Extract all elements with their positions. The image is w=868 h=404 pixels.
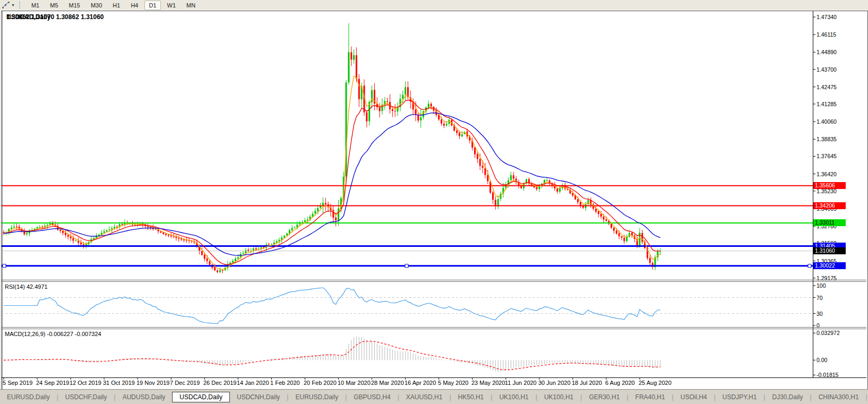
price-tick: 1.29175 bbox=[817, 275, 837, 281]
timeframe-W1-button[interactable]: W1 bbox=[163, 1, 181, 10]
current-price-chip: 1.31060 bbox=[813, 247, 846, 254]
chart-tab-FRA40-H1[interactable]: FRA40,H1 bbox=[629, 392, 672, 402]
pane-separators[interactable] bbox=[2, 280, 866, 329]
chart-tab-USDCNH-Daily[interactable]: USDCNH,Daily bbox=[230, 392, 287, 402]
timeframe-M5-button[interactable]: M5 bbox=[46, 1, 62, 10]
price-tick: 1.46115 bbox=[817, 31, 836, 38]
timeframe-buttons: M1M5M15M30H1H4D1W1MN bbox=[26, 1, 201, 10]
timeframe-H4-button[interactable]: H4 bbox=[126, 1, 142, 10]
timeframe-M30-button[interactable]: M30 bbox=[87, 1, 106, 10]
price-tick: 1.43700 bbox=[817, 66, 837, 73]
date-tick: 11 Jun 2020 bbox=[505, 380, 537, 386]
date-tick: 19 Nov 2019 bbox=[136, 380, 169, 386]
toolbar-grip[interactable] bbox=[19, 2, 22, 8]
chart-tab-HK50-H1[interactable]: HK50,H1 bbox=[451, 392, 491, 402]
price-chart[interactable] bbox=[2, 11, 866, 389]
chart-tab-GER30-H1[interactable]: GER30,H1 bbox=[582, 392, 626, 402]
ma-mid-line bbox=[4, 100, 660, 265]
chart-tab-EURUSD-Daily[interactable]: EURUSD,Daily bbox=[0, 392, 57, 402]
date-tick: 10 Mar 2020 bbox=[338, 380, 371, 386]
chart-tab-USDCAD-Daily[interactable]: USDCAD,Daily bbox=[172, 392, 230, 402]
dropdown-caret-icon[interactable]: ▼ bbox=[11, 3, 15, 7]
date-tick: 20 Feb 2020 bbox=[304, 380, 337, 386]
price-tick: 1.44890 bbox=[817, 49, 837, 55]
macd-tick: -0.01815 bbox=[817, 372, 838, 378]
macd-tick: 0.032972 bbox=[817, 330, 840, 336]
date-tick: 24 Sep 2019 bbox=[36, 380, 69, 386]
trendline-tool-icon[interactable] bbox=[2, 1, 10, 9]
hline-handle[interactable] bbox=[405, 264, 408, 268]
price-tick: 1.47340 bbox=[817, 14, 837, 20]
hline-price-chip: 1.34206 bbox=[813, 202, 846, 209]
chart-tab-XAUUSD-H1[interactable]: XAUUSD,H1 bbox=[399, 392, 450, 402]
timeframe-M15-button[interactable]: M15 bbox=[65, 1, 84, 10]
date-tick: 5 May 2020 bbox=[438, 380, 468, 386]
chart-tab-EURUSD-Daily[interactable]: EURUSD,Daily bbox=[288, 392, 345, 402]
price-tick: 1.41285 bbox=[817, 101, 837, 107]
date-tick: 16 Apr 2020 bbox=[405, 380, 436, 386]
rsi-tick: 70 bbox=[817, 295, 823, 301]
rsi-tick: 0 bbox=[817, 322, 820, 329]
chart-tab-AUDUSD-Daily[interactable]: AUDUSD,Daily bbox=[116, 392, 173, 402]
date-tick: 18 Jul 2020 bbox=[572, 380, 602, 386]
date-tick: 28 Mar 2020 bbox=[371, 380, 404, 386]
date-tick: 6 Aug 2020 bbox=[605, 380, 635, 386]
date-tick: 30 Jun 2020 bbox=[538, 380, 571, 386]
chart-tab-bar: EURUSD,Daily|USDCHF,Daily|AUDUSD,DailyUS… bbox=[0, 389, 868, 404]
rsi-tick: 100 bbox=[817, 282, 826, 289]
price-tick: 1.37645 bbox=[817, 153, 837, 159]
chart-window: ▼USDCAD,Daily 1.30862 1.31070 1.30862 1.… bbox=[1, 11, 868, 390]
date-tick: 7 Dec 2019 bbox=[170, 380, 200, 386]
date-tick: 12 Oct 2019 bbox=[70, 380, 101, 386]
price-tick: 1.38835 bbox=[817, 136, 837, 142]
macd-histogram bbox=[4, 337, 660, 372]
chart-tab-GBPUSD-H4[interactable]: GBPUSD,H4 bbox=[347, 392, 397, 402]
date-tick: 26 Dec 2019 bbox=[203, 380, 236, 386]
hline-price-chip: 1.35606 bbox=[813, 182, 846, 189]
hline-handle[interactable] bbox=[3, 264, 6, 268]
chart-tab-CHINA300-H1[interactable]: CHINA300,H1 bbox=[812, 392, 866, 402]
macd-label: MACD(12,26,9) -0.006227 -0.007324 bbox=[5, 331, 101, 337]
date-tick: 25 Aug 2020 bbox=[639, 380, 672, 386]
chart-tab-USOil-H4[interactable]: USOil,H4 bbox=[674, 392, 714, 402]
rsi-line bbox=[4, 288, 660, 324]
price-tick: 1.36420 bbox=[817, 171, 837, 177]
date-tick: 14 Jan 2020 bbox=[237, 380, 269, 386]
rsi-label: RSI(14) 42.4971 bbox=[5, 283, 48, 290]
macd-signal-line bbox=[4, 341, 660, 370]
hline-handle[interactable] bbox=[808, 264, 811, 268]
candles-down bbox=[3, 47, 654, 273]
timeframe-D1-button[interactable]: D1 bbox=[144, 1, 160, 10]
date-tick: 23 May 2020 bbox=[471, 380, 505, 386]
chart-tab-DJ30-Daily[interactable]: DJ30,Daily bbox=[765, 392, 810, 402]
macd-tick: 0.00 bbox=[817, 357, 827, 363]
timeframe-M1-button[interactable]: M1 bbox=[27, 1, 44, 10]
date-tick: 5 Sep 2019 bbox=[3, 380, 32, 386]
chart-tab-UK100-H1[interactable]: UK100,H1 bbox=[492, 392, 535, 402]
chart-tab-USDJPY-H1[interactable]: USDJPY,H1 bbox=[716, 392, 763, 402]
price-tick: 1.42475 bbox=[817, 84, 837, 90]
date-tick: 1 Feb 2020 bbox=[270, 380, 300, 386]
chart-title-ohlc: 1.30862 1.31070 1.30862 1.31060 bbox=[6, 13, 104, 21]
rsi-tick: 30 bbox=[817, 311, 823, 317]
hline-price-chip: 1.33011 bbox=[813, 219, 846, 226]
timeframe-H1-button[interactable]: H1 bbox=[108, 1, 124, 10]
chart-tab-USDCHF-Daily[interactable]: USDCHF,Daily bbox=[58, 392, 114, 402]
timeframe-MN-button[interactable]: MN bbox=[182, 1, 200, 10]
chart-tab-UK100-H1[interactable]: UK100,H1 bbox=[537, 392, 580, 402]
price-tick: 1.40060 bbox=[817, 118, 837, 125]
top-toolbar: ▼ M1M5M15M30H1H4D1W1MN bbox=[0, 0, 868, 10]
ma-fast-line bbox=[4, 76, 660, 270]
hline-price-chip: 1.30022 bbox=[813, 262, 846, 269]
date-tick: 31 Oct 2019 bbox=[103, 380, 135, 386]
